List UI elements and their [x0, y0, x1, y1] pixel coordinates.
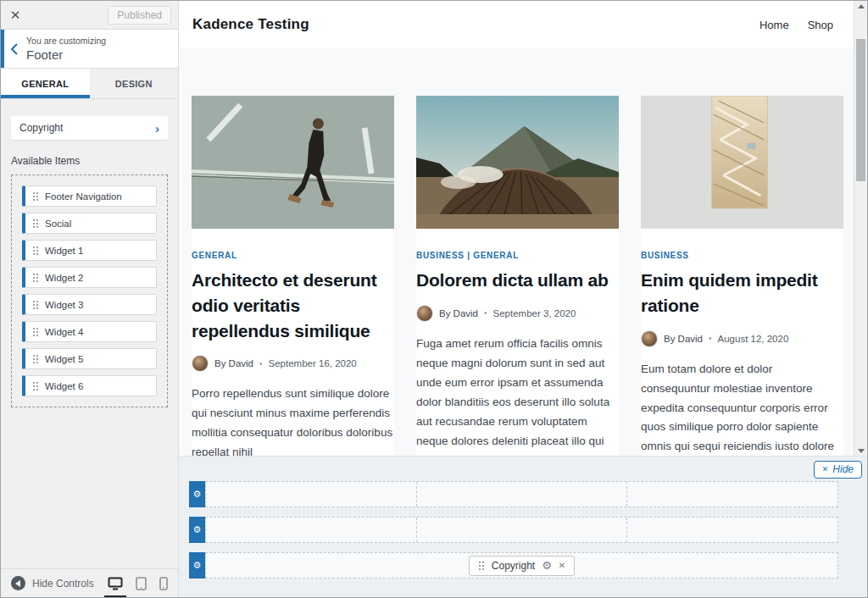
post-meta: By David • September 3, 2020 — [416, 305, 619, 322]
desktop-preview-icon[interactable] — [108, 577, 123, 590]
post-card-2: Business | General Dolorem dicta ullam a… — [416, 96, 619, 456]
section-header-text: You are customizing Footer — [26, 36, 106, 62]
post-author[interactable]: By David — [214, 358, 253, 368]
back-button[interactable] — [1, 30, 26, 69]
post-categories[interactable]: General — [192, 251, 394, 260]
blog-archive-page: General Architecto et deserunt odio veri… — [179, 48, 867, 456]
footer-row-2: ⚙ — [189, 517, 838, 543]
available-item-widget-1[interactable]: Widget 1 — [22, 240, 157, 261]
available-item-label: Widget 3 — [45, 300, 83, 310]
drag-handle-icon[interactable] — [32, 381, 39, 390]
customizer-tabs: General Design — [1, 69, 178, 99]
post-image-man-crossing-road[interactable] — [192, 96, 394, 229]
footer-row-settings-gear-icon[interactable]: ⚙ — [189, 517, 205, 543]
published-button[interactable]: Published — [108, 6, 171, 25]
available-item-label: Widget 1 — [45, 246, 83, 256]
available-item-social[interactable]: Social — [22, 213, 157, 234]
remove-widget-icon[interactable]: ✕ — [559, 561, 565, 570]
meta-separator: • — [709, 334, 712, 343]
available-item-label: Widget 5 — [45, 354, 83, 364]
post-body: Business Enim quidem impedit ratione By … — [641, 251, 843, 456]
available-item-label: Social — [45, 219, 71, 229]
widget-label: Copyright — [492, 560, 535, 572]
site-title[interactable]: Kadence Testing — [192, 16, 309, 33]
nav-link-shop[interactable]: Shop — [808, 19, 833, 31]
wordpress-customizer-screen: ✕ Published You are customizing Footer G… — [0, 0, 868, 598]
copyright-widget-chip[interactable]: Copyright⚙✕ — [469, 556, 575, 576]
available-item-widget-4[interactable]: Widget 4 — [22, 321, 157, 342]
chevron-left-icon — [9, 42, 19, 56]
footer-column-drop-zone[interactable] — [626, 482, 837, 507]
post-author[interactable]: By David — [664, 334, 703, 344]
hide-controls-label[interactable]: Hide Controls — [32, 578, 94, 590]
post-excerpt: Eum totam dolore et dolor consequuntur m… — [641, 360, 843, 456]
post-title[interactable]: Enim quidem impedit ratione — [641, 268, 843, 318]
meta-separator: • — [259, 359, 263, 368]
drag-handle-icon[interactable] — [32, 191, 39, 201]
available-item-label: Widget 2 — [45, 273, 83, 283]
footer-column-drop-zone[interactable] — [416, 482, 627, 507]
footer-row-1: ⚙ — [189, 481, 838, 507]
drag-handle-icon[interactable] — [32, 354, 39, 363]
tab-design[interactable]: Design — [90, 69, 179, 98]
collapse-sidebar-icon[interactable] — [11, 576, 25, 590]
available-item-widget-2[interactable]: Widget 2 — [22, 267, 157, 288]
site-header: Kadence Testing Home Shop — [179, 1, 867, 48]
author-avatar — [641, 330, 658, 347]
scrollbar-thumb[interactable] — [856, 39, 865, 181]
post-categories[interactable]: Business | General — [416, 251, 619, 260]
meta-separator: • — [484, 308, 487, 318]
panel-title: Footer — [26, 47, 106, 62]
close-customizer-button[interactable]: ✕ — [1, 1, 30, 30]
available-items-heading: Available Items — [11, 155, 168, 167]
available-item-widget-3[interactable]: Widget 3 — [22, 294, 157, 315]
drag-handle-icon[interactable] — [32, 219, 39, 228]
post-title[interactable]: Dolorem dicta ullam ab — [416, 268, 619, 293]
footer-row-settings-gear-icon[interactable]: ⚙ — [189, 481, 205, 507]
tab-general[interactable]: General — [1, 69, 90, 98]
post-card-3: Business Enim quidem impedit ratione By … — [641, 96, 843, 456]
footer-rows: ⚙⚙⚙Copyright⚙✕ — [179, 481, 867, 579]
post-cards: General Architecto et deserunt odio veri… — [192, 96, 867, 456]
post-categories[interactable]: Business — [641, 251, 843, 260]
scroll-down-icon[interactable] — [854, 446, 868, 456]
available-item-widget-5[interactable]: Widget 5 — [22, 348, 157, 369]
footer-row-columns — [205, 517, 838, 543]
close-icon: ✕ — [822, 465, 829, 473]
gear-icon[interactable]: ⚙ — [542, 560, 552, 571]
footer-column-drop-zone[interactable] — [206, 518, 416, 542]
customizer-sidebar: ✕ Published You are customizing Footer G… — [1, 1, 179, 597]
drag-handle-icon[interactable] — [32, 327, 39, 336]
tablet-preview-icon[interactable] — [136, 577, 147, 590]
footer-column-drop-zone[interactable] — [626, 518, 837, 542]
scroll-up-icon[interactable] — [854, 1, 868, 11]
footer-row-settings-gear-icon[interactable]: ⚙ — [189, 552, 205, 579]
available-item-label: Footer Navigation — [45, 191, 122, 202]
drag-handle-icon[interactable] — [478, 561, 485, 570]
hide-footer-builder-button[interactable]: ✕ Hide — [814, 461, 862, 479]
phone-preview-icon[interactable] — [159, 577, 168, 590]
copyright-section-button[interactable]: Copyright › — [11, 116, 168, 140]
footer-column-drop-zone[interactable] — [416, 518, 627, 542]
device-preview-switcher — [108, 577, 168, 590]
nav-link-home[interactable]: Home — [760, 19, 789, 31]
footer-row-columns: Copyright⚙✕ — [205, 552, 838, 579]
post-author[interactable]: By David — [439, 308, 478, 318]
preview-scrollbar[interactable] — [854, 1, 867, 456]
available-item-footer-navigation[interactable]: Footer Navigation — [22, 185, 157, 207]
post-image-volcano[interactable] — [416, 96, 619, 229]
post-image-staircase[interactable] — [641, 96, 843, 229]
drag-handle-icon[interactable] — [32, 273, 39, 282]
site-nav: Home Shop — [760, 19, 833, 31]
available-item-label: Widget 6 — [45, 381, 83, 391]
post-title[interactable]: Architecto et deserunt odio veritatis re… — [192, 268, 394, 343]
hide-label: Hide — [832, 463, 854, 475]
available-item-widget-6[interactable]: Widget 6 — [22, 375, 157, 396]
footer-column-drop-zone[interactable] — [206, 482, 416, 507]
drag-handle-icon[interactable] — [32, 246, 39, 255]
copyright-section-label: Copyright — [19, 122, 63, 134]
drag-handle-icon[interactable] — [32, 300, 39, 309]
post-excerpt: Porro repellendus sunt similique dolore … — [192, 385, 394, 456]
customizer-bottombar: Hide Controls — [1, 568, 178, 597]
footer-column-drop-zone[interactable]: Copyright⚙✕ — [206, 553, 837, 578]
